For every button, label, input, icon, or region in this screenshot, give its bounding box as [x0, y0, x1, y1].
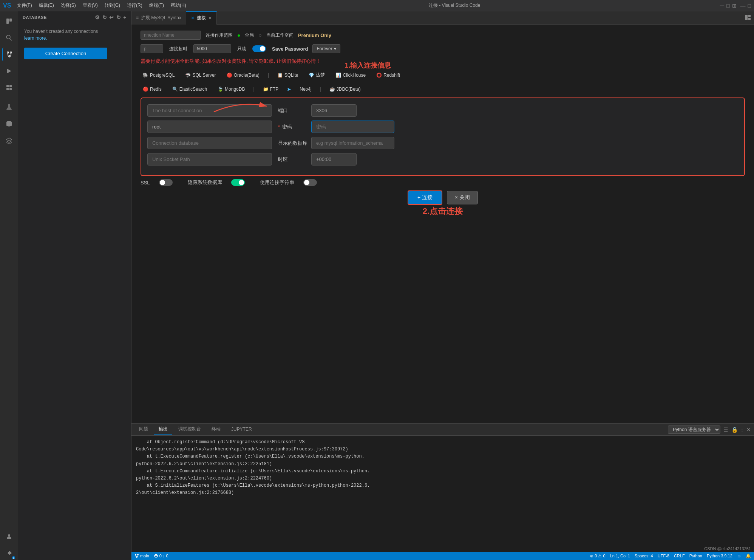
- db-oracle[interactable]: 🔴Oracle(Beta): [224, 71, 262, 79]
- timezone-input[interactable]: [311, 153, 357, 166]
- panel-list-icon[interactable]: ☰: [723, 427, 728, 433]
- create-connection-button[interactable]: Create Connection: [24, 48, 107, 59]
- db-elasticsearch[interactable]: 🔍ElasticSearch: [170, 85, 209, 93]
- panel-move-icon[interactable]: ↕: [741, 427, 743, 433]
- form-row-database: 显示的数据库: [147, 137, 738, 149]
- window-close-icon[interactable]: —: [740, 3, 746, 9]
- sqlite-icon: 📋: [277, 73, 283, 78]
- status-spaces[interactable]: Spaces: 4: [635, 554, 653, 558]
- status-feedback[interactable]: ☺: [737, 554, 741, 558]
- status-ln-col[interactable]: Ln 1, Col 1: [610, 554, 630, 558]
- jdbc-icon: ☕: [329, 87, 335, 92]
- status-language[interactable]: Python: [689, 554, 702, 558]
- tab-connection[interactable]: ✕ 连接 ✕: [186, 11, 217, 25]
- panel-tab-problems[interactable]: 问题: [134, 424, 153, 435]
- db-clickhouse-wrapper: 📊ClickHouse 1.输入连接信息: [333, 71, 368, 79]
- status-errors[interactable]: ⊗ 0 ⚠ 0: [590, 554, 605, 558]
- tab-mysql-syntax[interactable]: ≡ 扩展 MySQL Syntax: [131, 11, 186, 25]
- activity-explorer[interactable]: [2, 14, 16, 28]
- ip-input[interactable]: [141, 44, 163, 53]
- use-conn-str-toggle[interactable]: [303, 179, 317, 186]
- sidebar-add-icon[interactable]: +: [123, 14, 127, 20]
- db-dameng[interactable]: 💎达梦: [306, 71, 327, 79]
- activity-account[interactable]: [2, 530, 16, 543]
- status-bell[interactable]: 🔔: [746, 554, 751, 558]
- ssl-toggle[interactable]: [159, 179, 173, 186]
- show-db-input[interactable]: [311, 137, 394, 149]
- main-layout: 1 DATABASE ⚙ ↻ ↩ ↻ + You haven't created…: [0, 11, 754, 560]
- hide-db-toggle[interactable]: [231, 179, 245, 186]
- tab-connection-close-icon[interactable]: ✕: [208, 15, 212, 21]
- db-redshift[interactable]: ⭕Redshift: [374, 71, 402, 79]
- learn-more-link[interactable]: learn more.: [24, 36, 47, 41]
- db-neo4j[interactable]: Neo4j: [297, 85, 314, 93]
- menu-select[interactable]: 选择(S): [58, 2, 79, 9]
- tab-mysql-label: 扩展 MySQL Syntax: [141, 15, 181, 21]
- activity-search[interactable]: [2, 31, 16, 45]
- sidebar-settings-icon[interactable]: ⚙: [95, 14, 100, 20]
- status-python-version[interactable]: Python 3.9.12: [707, 554, 732, 558]
- window-maximize-icon[interactable]: □: [748, 3, 751, 9]
- db-mongodb[interactable]: 🍃MongoDB: [215, 85, 247, 93]
- menu-file[interactable]: 文件(F): [14, 2, 35, 9]
- svg-point-5: [10, 52, 12, 53]
- db-clickhouse[interactable]: 📊ClickHouse: [333, 71, 368, 79]
- db-redis[interactable]: 🔴Redis: [141, 85, 164, 93]
- timezone-section: 时区: [278, 153, 357, 166]
- readonly-toggle[interactable]: [252, 45, 266, 52]
- tab-connection-icon: ✕: [191, 15, 195, 21]
- panel-tab-jupyter[interactable]: JUPYTER: [227, 425, 256, 434]
- panel-tab-debug[interactable]: 调试控制台: [174, 424, 205, 435]
- password-input[interactable]: [311, 121, 394, 133]
- db-types-row2: 🔴Redis 🔍ElasticSearch 🍃MongoDB | 📁FTP ➤ …: [141, 84, 745, 94]
- status-crlf[interactable]: CRLF: [674, 554, 685, 558]
- menu-goto[interactable]: 转到(G): [102, 2, 123, 9]
- timeout-input[interactable]: [193, 44, 231, 53]
- user-input[interactable]: [147, 121, 272, 133]
- activity-layers[interactable]: [2, 134, 16, 147]
- activity-settings[interactable]: 1: [2, 546, 16, 560]
- db-ftp[interactable]: 📁FTP: [261, 85, 281, 93]
- activity-extensions[interactable]: [2, 81, 16, 94]
- sidebar-reload-icon[interactable]: ↻: [116, 14, 121, 20]
- redis-icon: 🔴: [143, 87, 148, 92]
- panel-close-icon[interactable]: ✕: [746, 427, 751, 433]
- menu-run[interactable]: 运行(R): [124, 2, 145, 9]
- panel-tab-output[interactable]: 输出: [154, 424, 172, 435]
- menu-help[interactable]: 帮助(H): [168, 2, 189, 9]
- sidebar-refresh1-icon[interactable]: ↻: [102, 14, 107, 20]
- database-input[interactable]: [147, 137, 272, 149]
- db-sqlite[interactable]: 📋SQLite: [275, 71, 301, 79]
- status-branch[interactable]: main: [134, 554, 149, 558]
- db-postgresql[interactable]: 🐘PostgreSQL: [141, 71, 177, 79]
- activity-source-control[interactable]: [2, 48, 16, 61]
- activity-run-debug[interactable]: [2, 64, 16, 78]
- menu-terminal[interactable]: 终端(T): [146, 2, 167, 9]
- layout-toggle[interactable]: [745, 14, 754, 22]
- menu-edit[interactable]: 编辑(E): [36, 2, 57, 9]
- activity-flask[interactable]: [2, 101, 16, 114]
- connection-name-input[interactable]: [141, 31, 201, 40]
- panel-lock-icon[interactable]: 🔒: [731, 427, 738, 433]
- menu-view[interactable]: 查看(V): [80, 2, 101, 9]
- svg-rect-9: [9, 85, 12, 87]
- connect-button[interactable]: + 连接: [408, 190, 442, 205]
- db-sqlserver[interactable]: 🦈SQL Server: [183, 71, 218, 79]
- language-server-select[interactable]: Python 语言服务器: [668, 425, 720, 434]
- status-encoding[interactable]: UTF-8: [658, 554, 669, 558]
- socket-input[interactable]: [147, 153, 272, 166]
- ftp-icon: 📁: [263, 87, 269, 92]
- port-input[interactable]: [311, 104, 357, 117]
- window-layout-icon[interactable]: ⊞: [732, 3, 737, 9]
- close-button[interactable]: × 关闭: [447, 191, 478, 204]
- svg-rect-1: [9, 19, 12, 22]
- activity-database[interactable]: [2, 117, 16, 131]
- db-jdbc[interactable]: ☕JDBC(Beta): [327, 85, 363, 93]
- save-password-dropdown[interactable]: Forever ▾: [312, 44, 340, 53]
- titlebar: VS 文件(F) 编辑(E) 选择(S) 查看(V) 转到(G) 运行(R) 终…: [0, 0, 754, 11]
- status-sync[interactable]: 0 ↓ 0: [154, 554, 168, 558]
- window-restore-icon[interactable]: □: [726, 3, 729, 9]
- window-minimize-icon[interactable]: ─: [720, 2, 724, 9]
- panel-tab-terminal[interactable]: 终端: [207, 424, 225, 435]
- sidebar-refresh2-icon[interactable]: ↩: [109, 14, 114, 20]
